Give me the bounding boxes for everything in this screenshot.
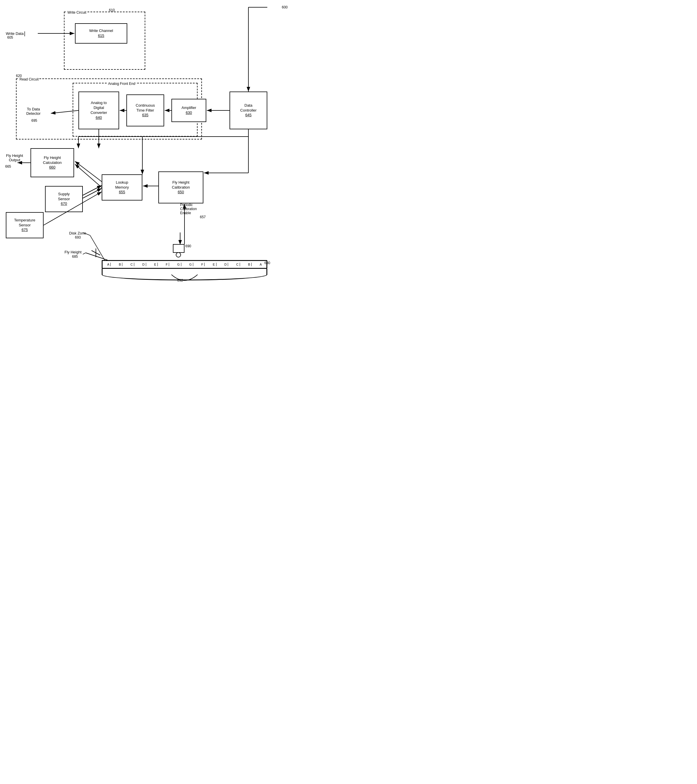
read-circuit-num: 620 — [16, 74, 22, 78]
write-data-label: Write Data — [6, 31, 23, 36]
svg-line-30 — [92, 250, 100, 255]
ctf-block: ContinuousTime Filter635 — [126, 94, 164, 127]
analog-front-end-label: Analog Front End — [107, 82, 136, 86]
disk-surface: A B C D E F G G F E D C B A — [102, 260, 267, 269]
write-channel-block: Write Channel615 — [75, 23, 127, 44]
to-data-detector-label: To DataDetector — [20, 107, 46, 116]
disk-zone-label: Disk Zone — [69, 231, 86, 236]
fly-height-output-num: 665 — [5, 165, 11, 168]
write-circuit-num: 610 — [109, 8, 115, 12]
diagram: 600 Write Circuit 610 Write Channel615 W… — [0, 0, 305, 320]
lookup-memory-block: LookupMemory655 — [102, 175, 142, 201]
disk-curve — [102, 269, 267, 280]
write-circuit-label: Write Circuit — [67, 10, 87, 15]
svg-line-17 — [75, 161, 102, 181]
disk-zone-num: 693 — [75, 236, 81, 239]
head-block — [173, 244, 185, 253]
disk-num: 680 — [264, 261, 270, 265]
read-circuit-label: Read Circuit — [19, 77, 39, 81]
data-controller-block: DataController645 — [229, 92, 267, 129]
svg-line-29 — [83, 253, 86, 254]
periodic-cal-num: 657 — [200, 215, 206, 219]
fly-height-label: Fly Height — [64, 250, 82, 254]
svg-line-18 — [75, 164, 102, 188]
fly-height-num: 685 — [72, 255, 78, 259]
periodic-cal-label: PeriodicCalibrationEnable — [180, 203, 215, 215]
fly-height-output-label: Fly HeightOutput — [2, 153, 28, 162]
svg-line-19 — [83, 185, 102, 195]
to-data-num: 695 — [31, 119, 37, 123]
svg-line-20 — [83, 188, 102, 198]
svg-line-26 — [90, 236, 105, 260]
svg-line-28 — [86, 253, 107, 260]
adc-block: Analog toDigitalConverter640 — [78, 92, 119, 129]
supply-sensor-block: SupplySensor670 — [45, 186, 83, 212]
head-num: 690 — [185, 244, 191, 248]
amplifier-block: Amplifier630 — [171, 99, 206, 122]
ref-600: 600 — [282, 5, 288, 9]
temp-sensor-block: TemperatureSensor675 — [6, 212, 44, 238]
spindle-num: 692 — [177, 278, 183, 282]
write-data-num: 605 — [7, 35, 13, 40]
head-circle — [176, 252, 181, 257]
fly-height-cal-block: Fly HeightCalibration650 — [158, 171, 203, 203]
fly-height-calc-block: Fly HeightCalculation660 — [31, 148, 74, 177]
